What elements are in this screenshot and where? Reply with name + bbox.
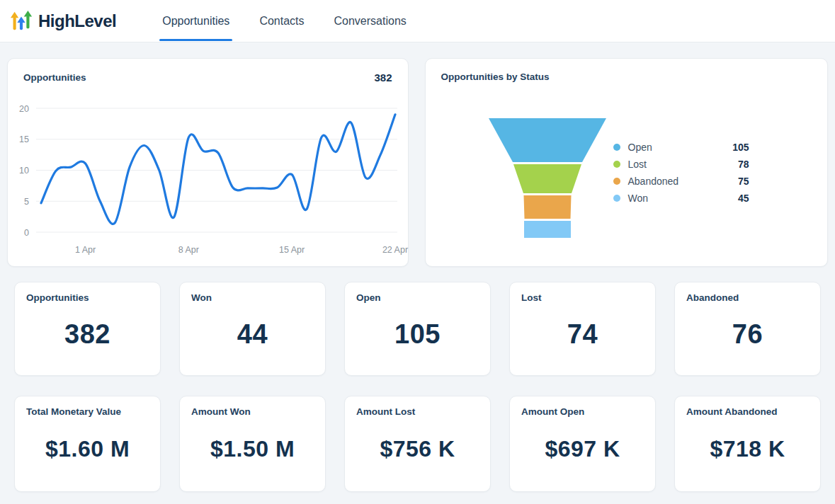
stat-card-opportunities: Opportunities 382 [14,282,161,376]
stats-row-amounts: Total Monetary Value $1.60 M Amount Won … [14,396,821,492]
tab-contacts[interactable]: Contacts [244,0,319,42]
stat-label: Won [191,292,314,303]
legend-value: 105 [732,142,749,153]
stat-card-won: Won 44 [179,282,326,376]
stat-card-amount-open: Amount Open $697 K [509,396,656,492]
open-status-dot-icon [613,144,620,151]
legend-label: Won [628,193,649,204]
stat-card-total-monetary-value: Total Monetary Value $1.60 M [14,396,161,492]
stat-card-amount-abandoned: Amount Abandoned $718 K [674,396,821,492]
lost-status-dot-icon [613,161,620,168]
stat-value: $1.60 M [45,436,130,462]
stats-row-counts: Opportunities 382 Won 44 Open 105 Lost 7… [14,282,821,376]
opportunities-line-chart[interactable]: 051015201 Apr8 Apr15 Apr22 Apr [8,59,409,268]
stat-card-abandoned: Abandoned 76 [674,282,821,376]
legend-label: Lost [628,159,647,170]
stat-value: 76 [732,319,763,350]
legend-item-won[interactable]: Won 45 [613,190,749,207]
svg-text:10: 10 [19,166,29,176]
stat-card-lost: Lost 74 [509,282,656,376]
stat-label: Lost [521,292,644,303]
funnel-card-header: Opportunities by Status [426,59,828,82]
svg-text:20: 20 [19,104,29,114]
brand-logo[interactable]: HighLevel [10,8,116,34]
svg-text:1 Apr: 1 Apr [75,245,96,255]
dashboard-main: Opportunities 382 051015201 Apr8 Apr15 A… [0,42,835,492]
svg-text:5: 5 [24,197,29,207]
legend-value: 78 [738,159,749,170]
legend-item-lost[interactable]: Lost 78 [613,156,749,173]
tab-conversations[interactable]: Conversations [319,0,421,42]
stat-label: Open [356,292,479,303]
stat-label: Total Monetary Value [26,406,149,417]
legend-value: 75 [738,176,749,187]
app-header: HighLevel Opportunities Contacts Convers… [0,0,835,42]
stat-value: $756 K [380,436,455,462]
stat-value: 105 [394,319,441,350]
stat-card-amount-won: Amount Won $1.50 M [179,396,326,492]
opportunities-line-chart-card: Opportunities 382 051015201 Apr8 Apr15 A… [7,58,409,267]
stat-card-open: Open 105 [344,282,491,376]
stat-value: $1.50 M [210,436,295,462]
abandoned-status-dot-icon [613,178,620,185]
tab-opportunities[interactable]: Opportunities [147,0,244,42]
funnel-chart-title: Opportunities by Status [441,71,550,82]
stat-value: $697 K [545,436,620,462]
svg-text:0: 0 [24,228,29,238]
legend-label: Open [628,142,652,153]
won-status-dot-icon [613,195,620,202]
nav-tabs: Opportunities Contacts Conversations [147,0,421,42]
growth-arrows-icon [10,8,33,34]
stat-label: Amount Abandoned [686,406,809,417]
svg-text:15 Apr: 15 Apr [279,245,305,255]
svg-text:8 Apr: 8 Apr [178,245,199,255]
status-legend: Open 105 Lost 78 Abandoned 75 Won 45 [613,139,749,207]
stat-value: 74 [567,319,598,350]
opportunities-by-status-card: Opportunities by Status Open 105 Lost 78… [425,58,829,267]
stat-label: Abandoned [686,292,809,303]
stat-label: Amount Open [521,406,644,417]
svg-text:15: 15 [19,134,29,144]
charts-row: Opportunities 382 051015201 Apr8 Apr15 A… [7,58,828,267]
legend-label: Abandoned [628,176,679,187]
stat-card-amount-lost: Amount Lost $756 K [344,396,491,492]
stat-label: Opportunities [26,292,149,303]
stat-value: $718 K [710,436,785,462]
status-funnel-chart[interactable] [482,118,613,239]
legend-item-open[interactable]: Open 105 [613,139,749,156]
brand-name: HighLevel [38,11,116,31]
stat-label: Amount Lost [356,406,479,417]
stat-label: Amount Won [191,406,314,417]
legend-item-abandoned[interactable]: Abandoned 75 [613,173,749,190]
svg-text:22 Apr: 22 Apr [382,245,408,255]
stat-value: 44 [237,319,268,350]
stat-value: 382 [64,319,110,350]
legend-value: 45 [738,193,749,204]
